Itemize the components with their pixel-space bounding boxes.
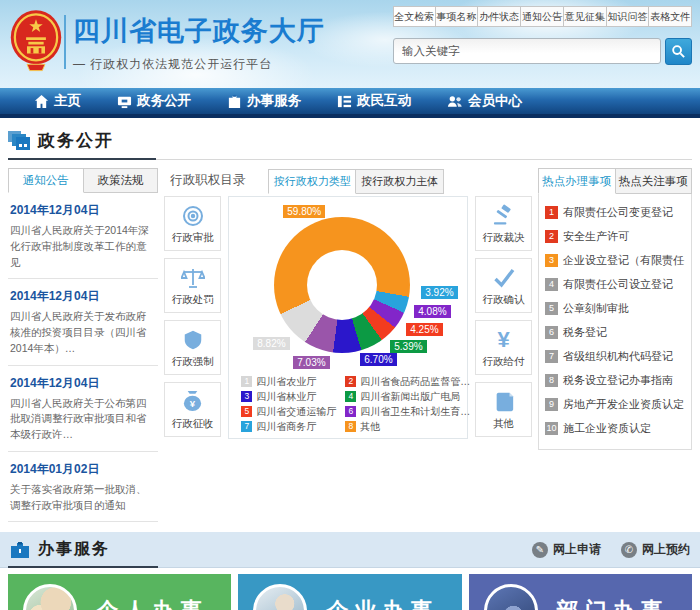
hot-item[interactable]: 4有限责任公司设立登记 (545, 277, 685, 292)
hot-num: 7 (545, 350, 558, 363)
power-admin-confirmation[interactable]: 行政确认 (475, 258, 532, 313)
tab-notices[interactable]: 通知公告 (8, 168, 84, 193)
pie-label: 4.08% (414, 305, 450, 318)
site-title: 四川省电子政务大厅 (73, 13, 325, 49)
hot-item[interactable]: 6税务登记 (545, 325, 685, 340)
hot-num: 5 (545, 302, 558, 315)
hot-num: 8 (545, 374, 558, 387)
phone-icon: ✆ (621, 542, 637, 558)
news-item[interactable]: 2014年12月04日 四川省人民政府关于2014年深化行政审批制度改革工作的意… (8, 193, 158, 279)
pie-label: 3.92% (421, 286, 457, 299)
hot-label: 税务设立登记办事指南 (563, 373, 673, 388)
search-tab-notices[interactable]: 通知公告 (521, 6, 564, 27)
search-button[interactable] (665, 38, 692, 65)
search-tab-item-name[interactable]: 事项名称 (436, 6, 479, 27)
search-input[interactable] (393, 38, 661, 64)
power-admin-approval[interactable]: 行政审批 (164, 196, 221, 251)
power-admin-penalty[interactable]: 行政处罚 (164, 258, 221, 313)
power-other[interactable]: 其他 (475, 382, 532, 437)
hot-num: 10 (545, 422, 558, 435)
hot-label: 公章刻制审批 (563, 301, 629, 316)
online-reserve-link[interactable]: ✆ 网上预约 (621, 541, 690, 558)
card-title: 部门办事 (538, 596, 688, 610)
online-apply-link[interactable]: ✎ 网上申请 (532, 541, 601, 558)
nav-item-interaction[interactable]: 政民互动 (327, 92, 421, 110)
hot-item[interactable]: 3企业设立登记（有限责任… (545, 253, 685, 268)
power-admin-coercion[interactable]: 行政强制 (164, 320, 221, 375)
briefcase-icon (227, 94, 242, 109)
power-admin-adjudication[interactable]: 行政裁决 (475, 196, 532, 251)
directory-label: 行政职权目录 (164, 172, 268, 194)
briefcase-icon (10, 541, 30, 559)
power-label: 行政裁决 (483, 231, 525, 245)
legend-label: 四川省商务厅 (256, 420, 316, 434)
hot-num: 4 (545, 278, 558, 291)
hot-label: 施工企业资质认定 (563, 421, 651, 436)
hot-label: 有限责任公司设立登记 (563, 277, 673, 292)
pie-label: 6.70% (360, 353, 396, 366)
users-icon (447, 94, 463, 109)
search-tab-qa[interactable]: 知识问答 (607, 6, 650, 27)
pie-label: 7.03% (293, 356, 329, 369)
news-text: 四川省人民政府关于2014年深化行政审批制度改革工作的意见 (10, 223, 156, 270)
check-icon (492, 265, 516, 291)
seal-icon (181, 203, 205, 229)
list-icon (337, 94, 352, 109)
tab-hot-handle[interactable]: 热点办理事项 (538, 168, 616, 194)
power-admin-payment[interactable]: ¥ 行政给付 (475, 320, 532, 375)
hot-item[interactable]: 2安全生产许可 (545, 229, 685, 244)
section-underline (8, 158, 156, 160)
power-label: 行政强制 (172, 355, 214, 369)
hot-num: 2 (545, 230, 558, 243)
legend-swatch: 5 (241, 406, 252, 417)
hot-item[interactable]: 5公章刻制审批 (545, 301, 685, 316)
hot-item[interactable]: 7省级组织机构代码登记 (545, 349, 685, 364)
hot-label: 税务登记 (563, 325, 607, 340)
online-reserve-label: 网上预约 (642, 541, 690, 558)
legend-item: 8其他 (345, 419, 473, 434)
tab-power-subject[interactable]: 按行政权力主体 (356, 169, 444, 194)
legend-item: 1四川省农业厅 (241, 374, 341, 389)
legend-swatch: 1 (241, 376, 252, 387)
hot-item[interactable]: 9房地产开发企业资质认定 (545, 397, 685, 412)
nav-item-services[interactable]: 办事服务 (217, 92, 311, 110)
tab-power-type[interactable]: 按行政权力类型 (268, 169, 356, 194)
search-tab-forms[interactable]: 表格文件 (649, 6, 692, 27)
nav-item-home[interactable]: 主页 (24, 92, 91, 110)
hot-item[interactable]: 1有限责任公司变更登记 (545, 205, 685, 220)
yuan-icon: ¥ (497, 327, 509, 353)
card-title: 个人办事 (77, 596, 227, 610)
nav-item-member[interactable]: 会员中心 (437, 92, 532, 110)
online-apply-label: 网上申请 (553, 541, 601, 558)
main-nav: 主页 政务公开 办事服务 政民互动 会员中心 (0, 88, 700, 118)
hot-num: 3 (545, 254, 558, 267)
nav-label: 会员中心 (468, 92, 522, 110)
hot-label: 有限责任公司变更登记 (563, 205, 673, 220)
nav-label: 政民互动 (357, 92, 411, 110)
search-tab-opinions[interactable]: 意见征集 (564, 6, 607, 27)
pie-label: 4.25% (406, 323, 442, 336)
power-admin-levy[interactable]: ¥ 行政征收 (164, 382, 221, 437)
hot-item[interactable]: 10施工企业资质认定 (545, 421, 685, 436)
legend-swatch: 6 (345, 406, 356, 417)
power-label: 其他 (493, 417, 514, 431)
tab-hot-follow[interactable]: 热点关注事项 (616, 168, 693, 194)
tab-policies[interactable]: 政策法规 (84, 168, 159, 193)
card-photo (253, 584, 307, 610)
nav-item-gov-open[interactable]: 政务公开 (107, 92, 201, 110)
nav-label: 主页 (54, 92, 81, 110)
hot-column: 热点办理事项 热点关注事项 1有限责任公司变更登记 2安全生产许可 3企业设立登… (538, 168, 692, 522)
hot-item[interactable]: 8税务设立登记办事指南 (545, 373, 685, 388)
gov-section-head: 政务公开 (8, 129, 692, 160)
hot-label: 房地产开发企业资质认定 (563, 397, 684, 412)
card-enterprise: 企业办事 开办设立 开办企业相关事项 变更登记 互联网医疗保健信息服务… 中国电… (238, 574, 461, 610)
search-tab-fulltext[interactable]: 全文检索 (393, 6, 436, 27)
news-item[interactable]: 2014年12月04日 四川省人民政府关于发布政府核准的投资项目目录（四川省20… (8, 279, 158, 365)
news-item[interactable]: 2014年12月04日 四川省人民政府关于公布第四批取消调整行政审批项目和省本级… (8, 366, 158, 452)
search-area: 全文检索 事项名称 办件状态 通知公告 意见征集 知识问答 表格文件 (393, 6, 692, 65)
header: 四川省电子政务大厅 — 行政权力依法规范公开运行平台 全文检索 事项名称 办件状… (0, 0, 700, 88)
search-tabs: 全文检索 事项名称 办件状态 通知公告 意见征集 知识问答 表格文件 (393, 6, 692, 27)
news-item[interactable]: 2014年01月02日 关于落实省政府第一批取消、调整行政审批项目的通知 (8, 452, 158, 523)
search-tab-case-status[interactable]: 办件状态 (478, 6, 521, 27)
service-cards: 个人办事 生育收养 设立计划生育技术服务机… 户籍管理 身份证、暂住证、户口等相… (8, 574, 692, 610)
